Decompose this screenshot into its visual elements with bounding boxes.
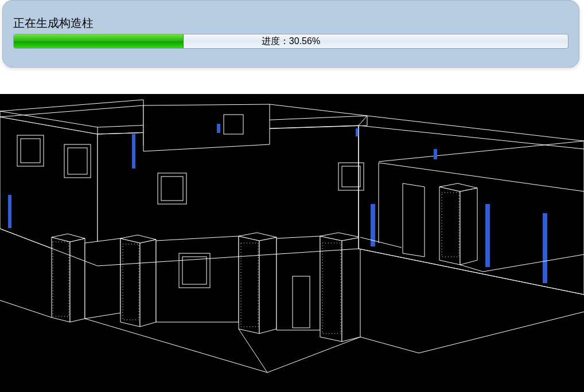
svg-marker-13: [70, 238, 85, 322]
svg-rect-45: [485, 204, 490, 267]
progress-dialog: 正在生成构造柱 进度：30.56%: [2, 0, 579, 68]
svg-rect-34: [8, 195, 11, 228]
model-viewport[interactable]: .w{stroke:#fff;stroke-width:1;fill:none}…: [0, 94, 584, 392]
svg-marker-16: [85, 238, 120, 319]
svg-marker-18: [140, 240, 156, 327]
svg-marker-21: [156, 236, 239, 322]
progress-bar-text: 进度：30.56%: [14, 34, 568, 48]
svg-rect-15: [53, 242, 69, 316]
svg-marker-40: [460, 188, 477, 265]
svg-rect-46: [543, 213, 547, 283]
svg-rect-42: [442, 193, 459, 257]
svg-marker-25: [259, 237, 277, 334]
svg-rect-47: [434, 149, 437, 159]
svg-rect-33: [322, 243, 341, 334]
svg-marker-7: [143, 104, 270, 151]
svg-marker-31: [342, 237, 360, 342]
svg-rect-9: [217, 124, 220, 133]
progress-bar: 进度：30.56%: [13, 34, 569, 49]
building-wireframe: .w{stroke:#fff;stroke-width:1;fill:none}…: [0, 94, 584, 392]
svg-rect-20: [123, 244, 139, 320]
svg-marker-28: [277, 236, 320, 330]
svg-marker-43: [403, 183, 425, 257]
status-label: 正在生成构造柱: [13, 15, 94, 31]
svg-rect-35: [132, 134, 135, 168]
